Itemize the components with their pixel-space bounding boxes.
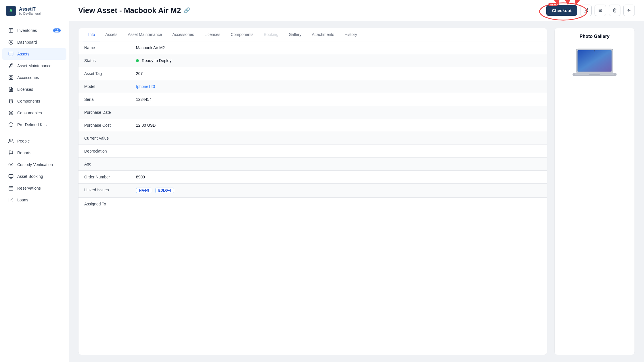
status-dot (136, 59, 139, 62)
label-model: Model (78, 80, 130, 93)
delete-button[interactable] (609, 5, 620, 16)
tab-assets[interactable]: Assets (100, 28, 122, 41)
checkout-button[interactable]: Checkout (546, 5, 577, 16)
people-icon (8, 138, 14, 144)
label-current-value: Current Value (78, 132, 130, 145)
sidebar-item-accessories[interactable]: Accessories (2, 72, 66, 83)
asset-panel: Info Assets Asset Maintenance Accessorie… (78, 28, 547, 355)
svg-point-16 (9, 139, 11, 141)
link-icon[interactable]: 🔗 (184, 7, 190, 14)
reservations-icon (8, 185, 14, 191)
label-linked-issues: Linked Issues (78, 184, 130, 197)
sidebar-item-inventories[interactable]: Inventories 12 (2, 25, 66, 36)
reservations-label: Reservations (17, 186, 61, 190)
tabs-bar: Info Assets Asset Maintenance Accessorie… (78, 28, 547, 41)
value-asset-tag: 207 (130, 67, 547, 80)
inventories-icon (8, 28, 14, 33)
accessories-label: Accessories (17, 75, 61, 80)
gallery-title: Photo Gallery (560, 34, 629, 39)
label-asset-tag: Asset Tag (78, 67, 130, 80)
asset-booking-label: Asset Booking (17, 174, 61, 179)
licenses-label: Licenses (17, 87, 61, 92)
sidebar-item-dashboard[interactable]: Dashboard (2, 36, 66, 48)
inventories-label: Inventories (17, 28, 50, 33)
pre-defined-kits-icon (8, 122, 14, 128)
svg-rect-11 (9, 78, 10, 80)
tab-info[interactable]: Info (83, 28, 100, 41)
svg-rect-6 (9, 52, 13, 55)
asset-maintenance-icon (8, 63, 14, 69)
label-assigned-to: Assigned To (78, 198, 130, 210)
value-status: Ready to Deploy (130, 54, 547, 67)
status-text: Ready to Deploy (142, 58, 172, 63)
info-row-current-value: Current Value (78, 132, 547, 145)
pre-defined-kits-label: Pre-Defined Kits (17, 122, 61, 127)
asset-maintenance-label: Asset Maintenance (17, 63, 61, 68)
model-link[interactable]: Iphone123 (136, 84, 155, 89)
svg-rect-0 (9, 28, 13, 32)
sidebar-item-consumables[interactable]: Consumables (2, 107, 66, 119)
info-row-asset-tag: Asset Tag 207 (78, 67, 547, 80)
svg-point-4 (9, 40, 13, 45)
content-area: Info Assets Asset Maintenance Accessorie… (69, 21, 644, 362)
sidebar-item-reservations[interactable]: Reservations (2, 182, 66, 194)
new-badge: NEW (549, 3, 557, 6)
info-row-age: Age (78, 158, 547, 171)
value-name: Macbook Air M2 (130, 41, 547, 54)
app-subtitle: by DevSamurai (19, 12, 41, 15)
sidebar-nav: Inventories 12 Dashboard Assets Asset Ma… (0, 21, 69, 209)
sidebar-item-pre-defined-kits[interactable]: Pre-Defined Kits (2, 119, 66, 130)
people-label: People (17, 139, 61, 143)
components-icon (8, 98, 14, 104)
tab-gallery[interactable]: Gallery (283, 28, 306, 41)
tab-licenses[interactable]: Licenses (199, 28, 225, 41)
sidebar-item-licenses[interactable]: Licenses (2, 84, 66, 95)
logo-text: AssetIT by DevSamurai (19, 7, 41, 15)
settings-button[interactable] (595, 5, 606, 16)
tab-asset-maintenance[interactable]: Asset Maintenance (122, 28, 167, 41)
info-table: Name Macbook Air M2 Status Ready to Depl… (78, 41, 547, 210)
svg-point-5 (10, 42, 12, 43)
info-row-name: Name Macbook Air M2 (78, 41, 547, 54)
logo-icon: A (6, 6, 16, 16)
value-purchase-cost: 12.00 USD (130, 119, 547, 132)
gallery-panel: Photo Gallery (554, 28, 635, 355)
info-row-status: Status Ready to Deploy (78, 54, 547, 67)
page-title-area: View Asset - Macbook Air M2 🔗 (78, 6, 190, 15)
linked-issue-na4-8[interactable]: NA4-8 (136, 188, 152, 193)
assets-icon (8, 51, 14, 57)
accessories-icon (8, 75, 14, 80)
tab-components[interactable]: Components (225, 28, 258, 41)
asset-booking-icon (8, 174, 14, 179)
page-title: View Asset - Macbook Air M2 (78, 6, 181, 15)
sidebar-item-people[interactable]: People (2, 135, 66, 147)
info-row-model: Model Iphone123 (78, 80, 547, 93)
value-model: Iphone123 (130, 80, 547, 93)
tab-history[interactable]: History (339, 28, 362, 41)
sidebar-item-asset-booking[interactable]: Asset Booking (2, 171, 66, 182)
label-purchase-cost: Purchase Cost (78, 119, 130, 132)
sidebar-item-asset-maintenance[interactable]: Asset Maintenance (2, 60, 66, 72)
sidebar-item-custody-verification[interactable]: Custody Verification (2, 159, 66, 170)
value-age (130, 158, 547, 170)
tab-accessories[interactable]: Accessories (167, 28, 199, 41)
info-row-order-number: Order Number 8909 (78, 171, 547, 184)
main-area: View Asset - Macbook Air M2 🔗 (69, 0, 644, 362)
sidebar-item-assets[interactable]: Assets (2, 48, 66, 60)
tab-attachments[interactable]: Attachments (307, 28, 340, 41)
sidebar-item-loans[interactable]: Loans (2, 194, 66, 206)
sidebar: A AssetIT by DevSamurai Inventories 12 D… (0, 0, 69, 362)
custody-verification-label: Custody Verification (17, 162, 61, 167)
sidebar-item-reports[interactable]: Reports (2, 147, 66, 159)
label-order-number: Order Number (78, 171, 130, 183)
sidebar-item-components[interactable]: Components (2, 95, 66, 107)
svg-line-26 (552, 0, 558, 2)
svg-rect-10 (12, 76, 13, 77)
edit-button[interactable] (580, 5, 592, 16)
topbar: View Asset - Macbook Air M2 🔗 (69, 0, 644, 21)
dashboard-label: Dashboard (17, 40, 61, 45)
gallery-image-area (560, 44, 629, 84)
info-row-purchase-cost: Purchase Cost 12.00 USD (78, 119, 547, 132)
linked-issue-edlg-4[interactable]: EDLG-4 (155, 188, 174, 193)
back-button[interactable] (623, 5, 635, 16)
